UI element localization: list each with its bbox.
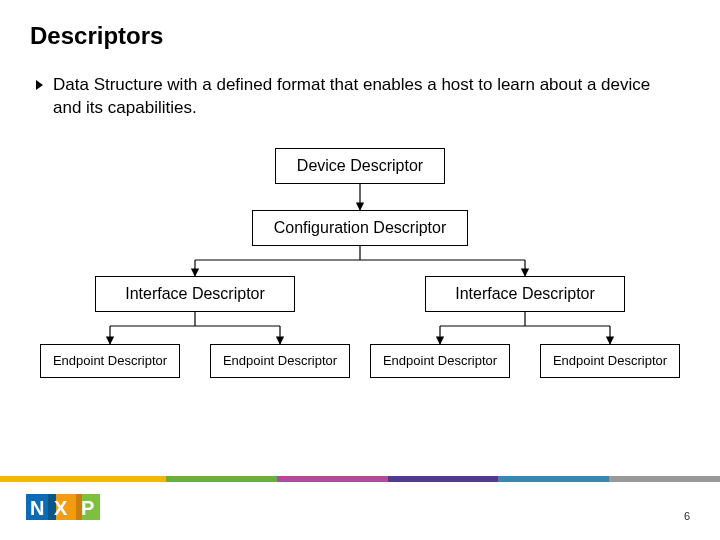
page-number: 6 <box>684 510 690 522</box>
page-title: Descriptors <box>30 22 690 50</box>
node-endpoint-descriptor-3: Endpoint Descriptor <box>370 344 510 378</box>
node-interface-descriptor-left: Interface Descriptor <box>95 276 295 312</box>
svg-text:P: P <box>81 497 94 519</box>
triangle-right-icon <box>36 80 43 90</box>
node-configuration-descriptor: Configuration Descriptor <box>252 210 468 246</box>
nxp-logo-icon: N X P <box>26 490 104 528</box>
footer-color-band <box>0 476 720 482</box>
descriptor-hierarchy-diagram: Device Descriptor Configuration Descript… <box>30 148 690 408</box>
node-device-descriptor: Device Descriptor <box>275 148 445 184</box>
svg-text:X: X <box>54 497 68 519</box>
svg-text:N: N <box>30 497 44 519</box>
bullet-item: Data Structure with a defined format tha… <box>30 74 690 120</box>
node-interface-descriptor-right: Interface Descriptor <box>425 276 625 312</box>
node-endpoint-descriptor-1: Endpoint Descriptor <box>40 344 180 378</box>
node-endpoint-descriptor-4: Endpoint Descriptor <box>540 344 680 378</box>
node-endpoint-descriptor-2: Endpoint Descriptor <box>210 344 350 378</box>
bullet-text: Data Structure with a defined format tha… <box>53 74 653 120</box>
